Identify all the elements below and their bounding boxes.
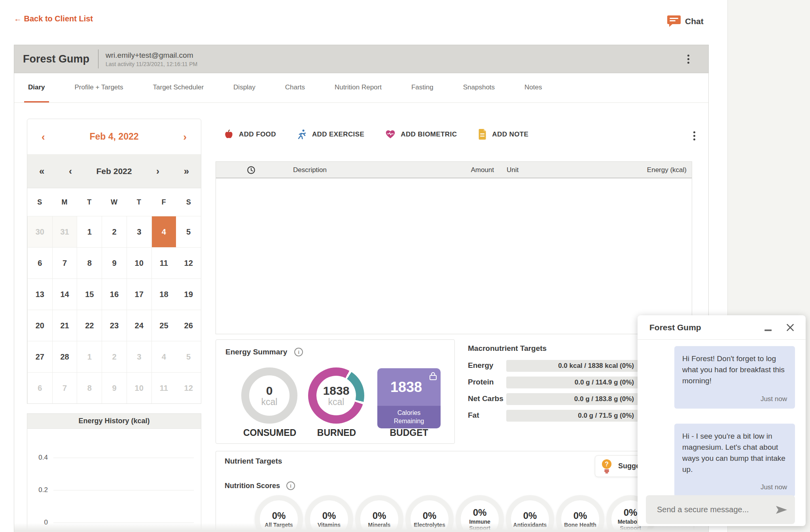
calendar-day[interactable]: 11 <box>151 247 176 278</box>
add-note-button[interactable]: ADD NOTE <box>477 129 528 140</box>
calendar-day[interactable]: 9 <box>102 247 127 278</box>
calendar-day[interactable]: 26 <box>176 310 201 341</box>
client-menu-kebab-icon[interactable] <box>683 52 693 66</box>
calendar-day[interactable]: 25 <box>151 310 176 341</box>
consumed-value: 0 <box>261 384 278 397</box>
burned-unit: kcal <box>323 397 350 407</box>
calendar-day[interactable]: 7 <box>52 372 77 403</box>
back-to-client-list-link[interactable]: ← Back to Client List <box>14 14 93 23</box>
score-percent: 0% <box>624 507 638 518</box>
chat-message-input[interactable] <box>656 505 773 515</box>
tab[interactable]: Snapshots <box>459 74 499 102</box>
calendar-day[interactable]: 9 <box>102 372 127 403</box>
column-amount: Amount <box>471 162 494 178</box>
tab[interactable]: Display <box>229 74 259 102</box>
score-percent: 0% <box>423 511 437 521</box>
calendar-day[interactable]: 2 <box>102 341 127 372</box>
chat-header: Forest Gump <box>638 315 806 340</box>
calendar-day[interactable]: 21 <box>52 310 77 341</box>
add-food-button[interactable]: ADD FOOD <box>223 129 276 140</box>
selected-date-label: Feb 4, 2022 <box>89 131 138 142</box>
calendar-day[interactable]: 30 <box>27 216 52 247</box>
calendar-day[interactable]: 5 <box>176 216 201 247</box>
add-note-label: ADD NOTE <box>492 131 528 138</box>
calendar-day[interactable]: 2 <box>102 216 127 247</box>
svg-text:?: ? <box>605 461 609 468</box>
calendar-day[interactable]: 8 <box>77 372 102 403</box>
calendar-day[interactable]: 1 <box>77 341 102 372</box>
calendar-day[interactable]: 3 <box>127 216 151 247</box>
next-month-icon[interactable]: › <box>156 167 159 176</box>
calendar-weekday-row: SMTWTFS <box>27 188 201 216</box>
chat-button-label: Chat <box>685 17 704 26</box>
tab[interactable]: Profile + Targets <box>71 74 127 102</box>
column-energy: Energy (kcal) <box>647 162 687 178</box>
calendar-day[interactable]: 11 <box>151 372 176 403</box>
info-icon[interactable] <box>294 348 303 356</box>
calendar-day[interactable]: 10 <box>127 372 151 403</box>
calendar-day[interactable]: 1 <box>77 216 102 247</box>
calendar-day[interactable]: 4 <box>151 216 176 247</box>
macro-label: Protein <box>468 378 494 386</box>
calendar-day[interactable]: 8 <box>77 247 102 278</box>
calendar-day[interactable]: 15 <box>77 278 102 310</box>
tab-label: Diary <box>28 83 45 91</box>
calendar-day[interactable]: 3 <box>127 341 151 372</box>
calendar-day[interactable]: 19 <box>176 278 201 310</box>
consumed-label: CONSUMED <box>236 428 303 438</box>
prev-month-icon[interactable]: ‹ <box>69 167 72 176</box>
tab[interactable]: Charts <box>281 74 309 102</box>
calendar-day[interactable]: 24 <box>127 310 151 341</box>
calendar-day[interactable]: 6 <box>27 372 52 403</box>
calendar-day[interactable]: 18 <box>151 278 176 310</box>
add-biometric-button[interactable]: ADD BIOMETRIC <box>385 129 457 140</box>
prev-year-icon[interactable]: « <box>39 167 44 176</box>
weekday-label: T <box>127 198 151 206</box>
close-icon[interactable] <box>785 322 795 333</box>
calendar-day[interactable]: 6 <box>27 247 52 278</box>
calendar-day[interactable]: 4 <box>151 341 176 372</box>
prev-day-chevron-icon[interactable]: ‹ <box>42 132 45 142</box>
calendar-day[interactable]: 13 <box>27 278 52 310</box>
add-exercise-button[interactable]: ADD EXERCISE <box>297 129 364 140</box>
calendar-day[interactable]: 27 <box>27 341 52 372</box>
calendar-month-bar: « ‹ Feb 2022 › » <box>27 155 201 188</box>
minimize-icon[interactable] <box>765 329 772 331</box>
calendar-day[interactable]: 17 <box>127 278 151 310</box>
calendar-day[interactable]: 5 <box>176 341 201 372</box>
gridline <box>53 458 194 458</box>
client-last-activity: Last activity 11/23/2021, 12:16:11 PM <box>106 61 197 67</box>
chat-icon <box>667 15 681 28</box>
chart-tick-row: 0.4 <box>27 441 201 474</box>
chat-message-bubble: Hi Forest! Don't forget to log what you … <box>674 346 795 409</box>
calendar-day[interactable]: 23 <box>102 310 127 341</box>
calendar-day[interactable]: 12 <box>176 247 201 278</box>
diary-options-kebab-icon[interactable] <box>689 129 699 142</box>
calendar-day[interactable]: 28 <box>52 341 77 372</box>
lightbulb-icon: ? <box>600 458 613 474</box>
diary-table-header: Description Amount Unit Energy (kcal) <box>216 162 692 178</box>
next-year-icon[interactable]: » <box>184 167 189 176</box>
next-day-chevron-icon[interactable]: › <box>183 132 187 142</box>
send-icon[interactable] <box>775 505 788 515</box>
tab[interactable]: Notes <box>520 74 546 102</box>
burned-value: 1838 <box>323 384 350 397</box>
weekday-label: S <box>27 198 52 206</box>
calendar-day[interactable]: 16 <box>102 278 127 310</box>
tab[interactable]: Target Scheduler <box>149 74 208 102</box>
calendar-day[interactable]: 7 <box>52 247 77 278</box>
calendar-day[interactable]: 14 <box>52 278 77 310</box>
chat-button[interactable]: Chat <box>667 15 704 28</box>
calendar-day[interactable]: 20 <box>27 310 52 341</box>
macronutrient-targets-panel: Macronutrient Targets Energy 0.0 kcal / … <box>461 339 645 444</box>
tab-bar: Diary Profile + Targets Target Scheduler… <box>14 74 708 103</box>
bottom-fade <box>14 523 708 532</box>
calendar-day[interactable]: 10 <box>127 247 151 278</box>
calendar-day[interactable]: 12 <box>176 372 201 403</box>
tab[interactable]: Nutrition Report <box>331 74 386 102</box>
info-icon[interactable] <box>286 481 295 490</box>
calendar-day[interactable]: 31 <box>52 216 77 247</box>
calendar-day[interactable]: 22 <box>77 310 102 341</box>
tab[interactable]: Fasting <box>407 74 437 102</box>
tab[interactable]: Diary <box>24 74 49 102</box>
